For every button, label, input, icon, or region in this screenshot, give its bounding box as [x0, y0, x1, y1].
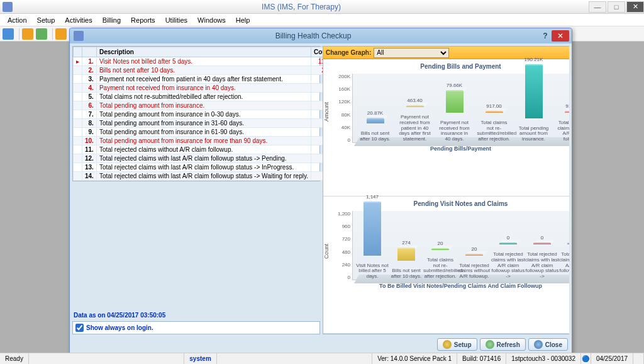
row-number: 5.	[82, 93, 97, 101]
x-axis-label: To Be Billed Visit Notes/Pending Claims …	[326, 283, 569, 289]
close-button[interactable]: Close	[528, 338, 568, 351]
menu-activities[interactable]: Activities	[60, 15, 97, 25]
y-axis-ticks: 1,2009607204802400	[326, 211, 352, 280]
resize-grip[interactable]	[633, 353, 644, 364]
row-desc: Total pending amount from insurance in 0…	[96, 110, 311, 119]
change-graph-label: Change Graph:	[326, 49, 371, 56]
gear-icon	[443, 340, 452, 349]
row-marker	[74, 110, 82, 119]
row-desc: Bills not sent after 10 days.	[96, 66, 311, 75]
statusbar: Ready system Ver: 14.0.0 Service Pack 1 …	[0, 353, 644, 364]
toolbar-icon-2[interactable]	[22, 28, 33, 40]
chart-bar[interactable]: 917.00 Total claims not re-submitted/reb…	[474, 111, 514, 142]
help-button[interactable]: ?	[539, 31, 552, 40]
bar-label: Visit Notes not billed after 5 days.	[355, 263, 389, 280]
chart-bar[interactable]: 79.66K Payment not received from insuran…	[435, 90, 474, 142]
chart-bar[interactable]: 0 Total rejected claims with last A/R cl…	[525, 242, 559, 280]
status-system: system	[184, 353, 216, 364]
status-indicator-icon: 🔵	[581, 353, 591, 364]
row-number: 3.	[82, 75, 97, 84]
toolbar-icon-1[interactable]	[3, 28, 14, 40]
row-desc: Total pending amount from insurance.	[96, 101, 311, 110]
chart-bar[interactable]: 1,147 Visit Notes not billed after 5 day…	[355, 202, 389, 280]
bar-label: Payment not received from insurance in 4…	[438, 120, 472, 142]
bar-value: 20	[438, 241, 443, 246]
bar-value: 20.87K	[367, 110, 383, 116]
bar-label: Total claims not re-submitted/rebilled a…	[477, 120, 511, 142]
row-number: 2.	[82, 66, 97, 75]
menubar: ActionSetupActivitiesBillingReportsUtili…	[0, 14, 644, 26]
row-marker	[74, 93, 82, 101]
chart-bar[interactable]: 20 Total claims not re-submitted/rebille…	[423, 248, 457, 280]
close-button[interactable]: ✕	[626, 1, 644, 13]
toolbar-icon-4[interactable]	[55, 28, 67, 40]
dialog-icon	[74, 31, 84, 41]
chart-pending-bills: Pending Bills and Payment Amount 200K160…	[323, 59, 569, 196]
bar-label: Payment not received from patient in 40 …	[398, 115, 432, 142]
right-pane: Change Graph: All Pending Bills and Paym…	[323, 46, 569, 334]
row-marker	[74, 172, 82, 181]
show-always-input[interactable]	[75, 324, 84, 332]
row-desc: Total rejected claims with last A/R clai…	[96, 163, 311, 172]
menu-billing[interactable]: Billing	[97, 15, 126, 25]
menu-help[interactable]: Help	[231, 15, 255, 25]
menu-setup[interactable]: Setup	[32, 15, 60, 25]
bar-value: 917.00	[565, 103, 569, 109]
menu-windows[interactable]: Windows	[192, 15, 231, 25]
row-marker	[74, 75, 82, 84]
status-version: Ver: 14.0.0 Service Pack 1	[372, 353, 457, 364]
bar-label: Bills not sent after 10 days.	[389, 268, 423, 280]
mdi-workspace: Billing Health Checkup ? ✕ Description	[0, 42, 644, 353]
y-axis-ticks: 200K160K120K80K40K0	[326, 74, 352, 143]
bar-label: Total pending amount from insurance.	[517, 126, 551, 142]
chart-bar[interactable]: 20 Total rejected claims without A/R fol…	[457, 254, 491, 280]
bar-value: 190.21K	[525, 57, 543, 62]
menu-reports[interactable]: Reports	[126, 15, 160, 25]
chart-bar[interactable]: 20.87K Bills not sent after 10 days.	[355, 118, 395, 142]
menu-utilities[interactable]: Utilities	[160, 15, 192, 25]
menu-action[interactable]: Action	[3, 15, 32, 25]
chart-bar[interactable]: 0 Total rejected claims with last A/R cl…	[559, 242, 569, 280]
row-number: 1.	[82, 57, 97, 66]
maximize-button[interactable]: □	[608, 1, 625, 13]
bar-value: 0	[541, 235, 543, 241]
row-number: 8.	[82, 119, 97, 128]
chart-bar[interactable]: 917.00 Total rejected claims without A/R…	[553, 111, 569, 142]
app-title: IMS (IMS, For Therapy)	[15, 3, 587, 11]
chart-bar[interactable]: 274 Bills not sent after 10 days.	[389, 247, 423, 280]
checkup-table: Description Count Amount ▸1.Visit Notes …	[72, 46, 320, 181]
dialog-close-button[interactable]: ✕	[552, 30, 569, 42]
chart-bar[interactable]: 190.21K Total pending amount from insura…	[514, 64, 553, 142]
bar-value: 0	[507, 235, 509, 241]
refresh-button[interactable]: Refresh	[480, 338, 526, 351]
app-icon	[3, 2, 13, 12]
row-number: 6.	[82, 101, 97, 110]
row-number: 9.	[82, 128, 97, 137]
row-number: 7.	[82, 110, 97, 119]
chart-bar[interactable]: 0 Total rejected claims with last A/R cl…	[491, 242, 525, 280]
row-marker	[74, 154, 82, 163]
change-graph-select[interactable]: All	[374, 48, 449, 58]
row-marker	[74, 145, 82, 154]
show-always-checkbox[interactable]: Show always on login.	[72, 321, 320, 334]
bar-value: 20	[472, 246, 477, 252]
minimize-button[interactable]: —	[589, 1, 606, 13]
chart-plot: 1,147 Visit Notes not billed after 5 day…	[352, 211, 569, 280]
chart-bar[interactable]: 463.40 Payment not received from patient…	[395, 105, 435, 142]
setup-button[interactable]: Setup	[437, 338, 477, 351]
dialog-footer: Setup Refresh Close	[72, 337, 569, 352]
row-number: 12.	[82, 154, 97, 163]
row-desc: Total rejected claims with last A/R clai…	[96, 154, 311, 163]
row-number: 11.	[82, 145, 97, 154]
row-desc: Total claims not re-submitted/rebilled a…	[96, 93, 311, 101]
chart-pending-visits: Pending Visit Notes and Claims Count 1,2…	[323, 196, 569, 334]
left-pane: Description Count Amount ▸1.Visit Notes …	[72, 46, 320, 334]
bar-label: Total claims not re-submitted/rebilled a…	[423, 258, 457, 280]
col-description[interactable]: Description	[96, 47, 311, 57]
x-axis-label: Pending Bills/Payment	[326, 145, 569, 152]
chart-plot: 20.87K Bills not sent after 10 days. 463…	[352, 74, 569, 143]
bar-value: 463.40	[407, 98, 422, 103]
dialog-titlebar: Billing Health Checkup ? ✕	[70, 28, 572, 43]
bar-value: 1,147	[366, 194, 379, 200]
toolbar-icon-3[interactable]	[36, 28, 47, 40]
